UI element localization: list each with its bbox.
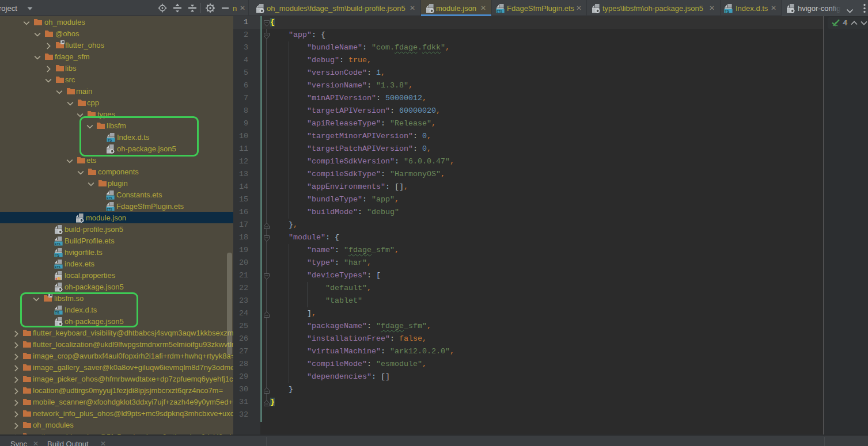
svg-text:TS: TS bbox=[55, 253, 60, 257]
svg-text:ETS: ETS bbox=[496, 10, 502, 13]
svg-text:ETS: ETS bbox=[55, 242, 60, 246]
svg-text:ETS: ETS bbox=[55, 265, 60, 269]
svg-text:TS: TS bbox=[725, 9, 730, 13]
svg-text:ETS: ETS bbox=[107, 196, 112, 200]
svg-text:ETS: ETS bbox=[107, 208, 112, 211]
